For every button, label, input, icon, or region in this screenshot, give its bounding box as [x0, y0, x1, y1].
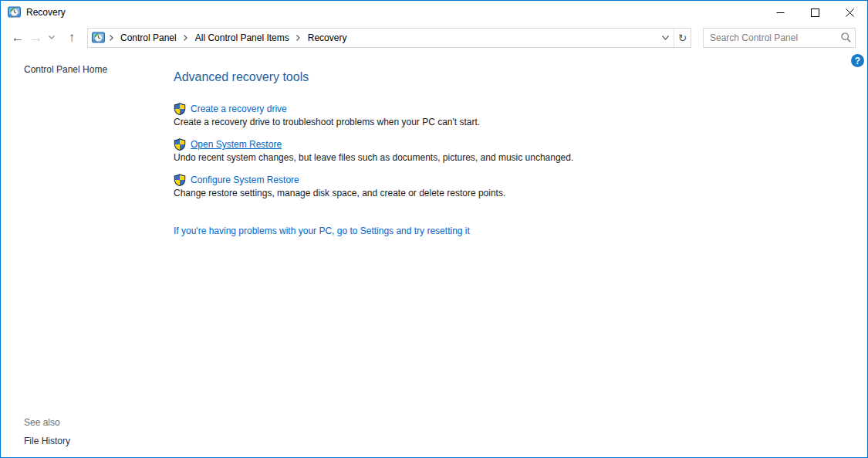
window-controls: [763, 1, 867, 24]
address-bar[interactable]: Control Panel All Control Panel Items Re…: [87, 28, 691, 48]
task-open-system-restore: Open System Restore Undo recent system c…: [174, 138, 852, 164]
back-button[interactable]: ←: [8, 28, 27, 48]
uac-shield-icon: [174, 174, 186, 186]
see-also-heading: See also: [24, 417, 70, 428]
breadcrumb-all-control-panel-items[interactable]: All Control Panel Items: [192, 29, 292, 47]
refresh-button[interactable]: ↻: [674, 29, 691, 47]
forward-button: →: [27, 28, 46, 48]
up-button[interactable]: ↑: [62, 28, 81, 48]
breadcrumb-control-panel[interactable]: Control Panel: [117, 29, 180, 47]
navigation-bar: ← → ↑ Control Panel All Control Panel It…: [1, 24, 867, 51]
uac-shield-icon: [174, 103, 186, 115]
breadcrumb-chevron-icon[interactable]: [292, 29, 305, 47]
recovery-app-icon: [8, 6, 21, 19]
task-configure-system-restore: Configure System Restore Change restore …: [174, 174, 852, 199]
breadcrumb-chevron-icon[interactable]: [105, 29, 117, 47]
help-icon: ?: [855, 56, 860, 66]
create-recovery-drive-link[interactable]: Create a recovery drive: [191, 103, 287, 114]
task-description: Change restore settings, manage disk spa…: [174, 188, 852, 199]
open-system-restore-link[interactable]: Open System Restore: [191, 139, 282, 150]
task-create-recovery-drive: Create a recovery drive Create a recover…: [174, 103, 852, 128]
reset-pc-settings-link[interactable]: If you're having problems with your PC, …: [174, 226, 470, 236]
address-dropdown-chevron-icon[interactable]: [657, 29, 674, 47]
task-list: Create a recovery drive Create a recover…: [174, 103, 852, 199]
recovery-location-icon: [92, 32, 105, 44]
sidebar-item-file-history[interactable]: File History: [24, 436, 70, 446]
breadcrumb-recovery[interactable]: Recovery: [305, 29, 350, 47]
see-also-section: See also File History: [24, 417, 70, 446]
breadcrumb-chevron-icon[interactable]: [180, 29, 192, 47]
sidebar-item-control-panel-home[interactable]: Control Panel Home: [24, 64, 107, 75]
close-button[interactable]: [833, 1, 867, 24]
minimize-button[interactable]: [763, 1, 798, 24]
minimize-icon: [776, 8, 785, 17]
refresh-icon: ↻: [678, 32, 687, 43]
uac-shield-icon: [174, 138, 186, 151]
task-description: Undo recent system changes, but leave fi…: [174, 152, 852, 164]
main-content: Advanced recovery tools: [174, 51, 852, 237]
recent-pages-chevron-icon[interactable]: [46, 28, 58, 48]
close-icon: [846, 8, 854, 17]
configure-system-restore-link[interactable]: Configure System Restore: [191, 175, 299, 185]
search-box[interactable]: [703, 28, 856, 48]
search-input[interactable]: [704, 32, 836, 43]
sidebar: Control Panel Home See also File History: [1, 51, 174, 457]
search-icon[interactable]: [836, 29, 855, 47]
help-button[interactable]: ?: [851, 54, 864, 67]
page-title: Advanced recovery tools: [174, 51, 852, 85]
window-title: Recovery: [26, 7, 763, 18]
task-description: Create a recovery drive to troubleshoot …: [174, 117, 852, 128]
maximize-icon: [811, 8, 819, 17]
titlebar: Recovery: [1, 1, 867, 24]
maximize-button[interactable]: [798, 1, 833, 24]
